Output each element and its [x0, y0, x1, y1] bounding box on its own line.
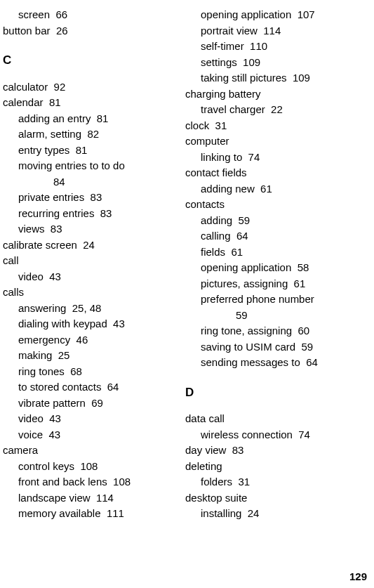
index-term: charging battery [185, 88, 261, 100]
index-entry: screen 66 [3, 7, 181, 23]
index-term: taking still pictures [201, 72, 287, 84]
index-entry: private entries 83 [3, 190, 181, 206]
index-term: day view [185, 444, 226, 456]
index-entry: desktop suite [185, 490, 374, 507]
column-right: opening application 107portrait view 114… [181, 7, 374, 522]
index-entry: portrait view 114 [185, 23, 374, 39]
index-term: voice [18, 429, 43, 440]
index-term: data call [185, 412, 225, 424]
index-entry: folders 31 [185, 474, 374, 490]
index-term: alarm, setting [18, 128, 81, 140]
index-entry: entry types 81 [3, 143, 181, 159]
index-term: ring tone, assigning [201, 325, 292, 337]
index-term: deleting [185, 460, 222, 472]
index-term: video [18, 270, 44, 282]
index-term: control keys [18, 460, 74, 472]
index-page-ref: 83 [51, 223, 62, 235]
index-entry: views 83 [3, 221, 181, 237]
section-heading: C [3, 51, 181, 70]
index-page: screen 66button bar 26Ccalculator 92cale… [0, 0, 374, 588]
index-page-ref: 108 [80, 460, 98, 472]
index-term: folders [201, 476, 232, 488]
index-term: portrait view [201, 25, 258, 37]
index-term: installing [201, 507, 241, 519]
index-term: memory available [18, 507, 101, 519]
index-columns: screen 66button bar 26Ccalculator 92cale… [0, 7, 374, 522]
index-term: desktop suite [185, 492, 247, 504]
index-page-ref: 61 [260, 183, 272, 195]
index-page-ref: 43 [49, 270, 61, 282]
index-term: video [18, 412, 44, 424]
index-entry: video 43 [3, 269, 181, 285]
index-term: self-timer [201, 40, 244, 52]
index-page-ref: 109 [293, 72, 310, 84]
index-page-ref: 64 [306, 356, 318, 368]
index-entry: calling 64 [185, 228, 374, 244]
index-entry: ring tone, assigning 60 [185, 323, 374, 339]
index-term: adding [201, 214, 232, 226]
index-term: camera [3, 444, 38, 456]
index-entry: camera [3, 443, 181, 459]
index-entry: adding new 61 [185, 181, 374, 197]
index-page-ref: 59 [238, 214, 250, 226]
index-page-ref: 43 [48, 429, 60, 440]
index-term: wireless connection [201, 429, 293, 440]
index-term: sending messages to [201, 356, 300, 368]
index-entry: landscape view 114 [3, 490, 181, 507]
index-term: adding new [201, 183, 255, 195]
index-page-ref: 66 [55, 8, 67, 20]
index-page-ref: 46 [76, 334, 88, 346]
index-term: settings [201, 56, 237, 68]
index-entry: control keys 108 [3, 459, 181, 475]
index-entry: emergency 46 [3, 332, 181, 348]
index-page-ref: 61 [294, 277, 306, 289]
index-entry: data call [185, 411, 374, 427]
index-page-ref: 31 [238, 476, 250, 488]
index-page-ref: 83 [100, 207, 112, 219]
index-entry: deleting [185, 459, 374, 475]
index-term: opening application [201, 8, 291, 20]
index-page-ref: 26 [56, 25, 68, 37]
index-term: adding an entry [18, 112, 91, 124]
index-entry: moving entries to to do [3, 158, 181, 174]
index-entry: self-timer 110 [185, 39, 374, 55]
index-page-ref: 64 [107, 381, 119, 393]
index-page-ref: 25, 48 [72, 302, 102, 314]
index-entry: contact fields [185, 165, 374, 181]
index-page-ref: 82 [87, 128, 99, 140]
index-term: emergency [18, 334, 70, 346]
index-entry: wireless connection 74 [185, 427, 374, 443]
index-term: answering [18, 302, 66, 314]
index-page-ref: 61 [231, 246, 243, 258]
index-entry: settings 109 [185, 55, 374, 71]
index-entry: linking to 74 [185, 150, 374, 166]
index-term: preferred phone number [201, 293, 314, 305]
index-page-ref: 83 [91, 191, 102, 203]
index-entry: travel charger 22 [185, 102, 374, 118]
index-entry: opening application 58 [185, 260, 374, 276]
index-term: to stored contacts [18, 381, 101, 393]
index-term: calendar [3, 96, 44, 108]
page-number: 129 [349, 570, 367, 582]
index-term: calls [3, 286, 24, 298]
index-page-ref: 108 [113, 476, 131, 488]
index-page-ref: 22 [271, 103, 283, 115]
index-page-ref: 60 [298, 325, 309, 337]
index-entry: voice 43 [3, 427, 181, 443]
index-entry: adding an entry 81 [3, 111, 181, 127]
index-page-ref: 109 [243, 56, 260, 68]
index-term: opening application [201, 261, 291, 273]
index-term: saving to USIM card [201, 341, 295, 353]
index-page-ref: 81 [49, 96, 61, 108]
index-entry: video 43 [3, 411, 181, 427]
index-entry: preferred phone number [185, 292, 374, 308]
index-entry: computer [185, 133, 374, 150]
index-term: screen [18, 8, 50, 20]
index-entry: making 25 [3, 348, 181, 364]
index-page-ref: 59 [301, 341, 313, 353]
index-entry: to stored contacts 64 [3, 379, 181, 396]
index-page-ref: 81 [97, 112, 109, 124]
index-entry: ring tones 68 [3, 364, 181, 380]
index-entry: answering 25, 48 [3, 301, 181, 317]
index-entry: charging battery [185, 86, 374, 103]
